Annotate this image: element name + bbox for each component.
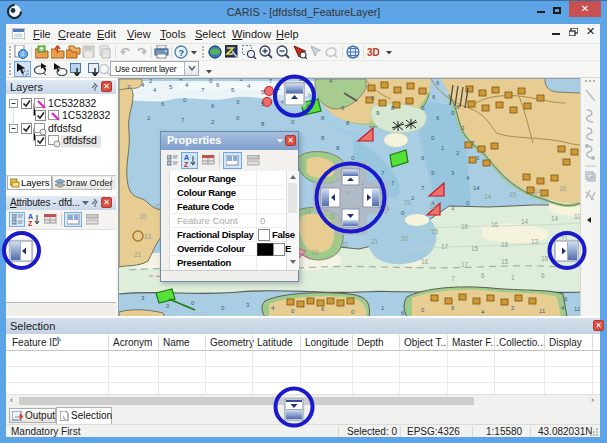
- svg-text:18: 18: [541, 255, 549, 262]
- svg-text:6: 6: [481, 272, 485, 279]
- svg-text:15: 15: [501, 258, 509, 265]
- svg-text:22: 22: [341, 241, 349, 248]
- svg-text:18: 18: [304, 208, 312, 215]
- svg-text:10: 10: [139, 213, 147, 220]
- svg-text:14: 14: [551, 215, 559, 222]
- svg-text:16: 16: [559, 185, 567, 192]
- svg-text:13: 13: [144, 233, 152, 240]
- svg-text:20: 20: [401, 235, 409, 242]
- svg-text:20: 20: [354, 203, 362, 210]
- svg-text:15: 15: [509, 191, 517, 198]
- svg-text:14: 14: [473, 185, 480, 191]
- svg-text:11: 11: [561, 235, 568, 242]
- svg-text:1: 1: [511, 274, 515, 281]
- svg-text:18: 18: [429, 203, 437, 210]
- svg-text:21: 21: [379, 201, 387, 208]
- svg-text:17: 17: [441, 243, 449, 250]
- svg-text:16: 16: [491, 221, 499, 228]
- svg-text:14: 14: [534, 188, 542, 195]
- svg-text:Z: Z: [184, 161, 189, 167]
- svg-text:12: 12: [571, 253, 579, 260]
- svg-text:7: 7: [451, 275, 455, 282]
- svg-text:13: 13: [531, 238, 539, 245]
- svg-text:11: 11: [539, 308, 546, 314]
- svg-text:21: 21: [371, 238, 379, 245]
- svg-text:17: 17: [461, 261, 469, 268]
- svg-text:A: A: [184, 154, 189, 161]
- svg-text:A: A: [28, 213, 33, 220]
- svg-text:16: 16: [461, 223, 469, 230]
- svg-text:?: ?: [179, 48, 185, 58]
- svg-text:16: 16: [421, 258, 429, 265]
- svg-text:15: 15: [471, 245, 479, 252]
- svg-text:21: 21: [134, 251, 142, 258]
- svg-text:Z: Z: [28, 220, 33, 226]
- svg-text:6: 6: [541, 272, 545, 279]
- svg-text:14: 14: [484, 193, 492, 200]
- svg-text:18: 18: [501, 241, 509, 248]
- svg-text:18: 18: [329, 213, 337, 220]
- svg-text:21: 21: [404, 199, 412, 206]
- svg-text:3D: 3D: [367, 47, 380, 58]
- svg-text:15: 15: [431, 228, 439, 235]
- svg-text:14: 14: [521, 218, 529, 225]
- svg-text:10: 10: [311, 249, 319, 256]
